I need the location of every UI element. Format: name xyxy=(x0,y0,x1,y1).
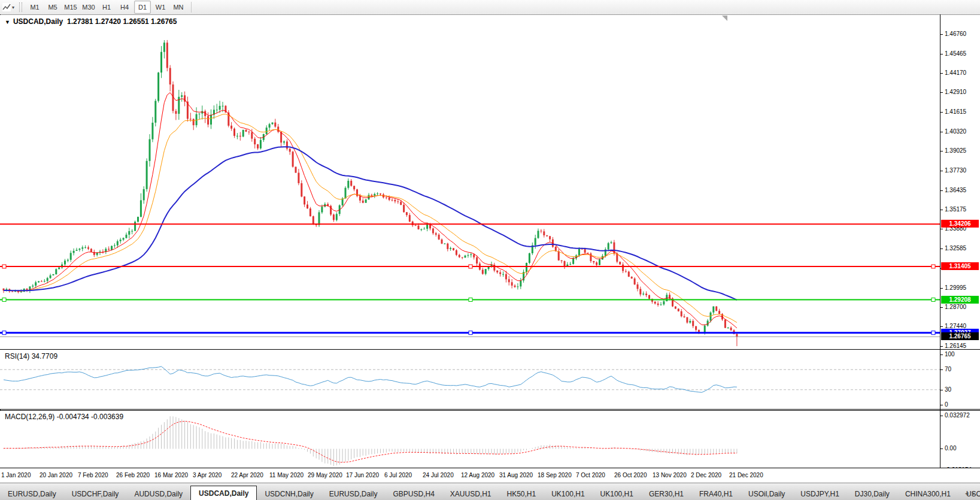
line-handle[interactable] xyxy=(2,298,6,302)
chart-tab-usdjpy-h1[interactable]: USDJPY,H1 xyxy=(793,487,846,500)
candle xyxy=(456,249,457,256)
mt4-window: ▾ M1M5M15M30H1H4D1W1MN ▼USDCAD,Daily 1.2… xyxy=(0,0,980,500)
chart-shift-marker[interactable] xyxy=(722,16,727,21)
timeframe-button-w1[interactable]: W1 xyxy=(152,1,169,14)
candle xyxy=(724,319,726,328)
candle xyxy=(32,284,34,288)
chart-tab-hk50-h1[interactable]: HK50,H1 xyxy=(499,487,544,500)
timeframe-button-m15[interactable]: M15 xyxy=(62,1,79,14)
date-label: 22 Apr 2020 xyxy=(231,472,263,478)
collapse-arrow-icon[interactable]: ▼ xyxy=(5,19,10,25)
candle xyxy=(298,169,299,185)
timeframe-button-m5[interactable]: M5 xyxy=(44,1,61,14)
chart-tab-fra40-h1[interactable]: FRA40,H1 xyxy=(691,487,741,500)
price-axis-border xyxy=(940,14,940,468)
time-axis[interactable]: 1 Jan 202020 Jan 20207 Feb 202026 Feb 20… xyxy=(0,468,980,483)
chart-tab-gbpusd-h4[interactable]: GBPUSD,H4 xyxy=(385,487,442,500)
price-tick xyxy=(940,346,943,347)
line-handle[interactable] xyxy=(469,265,472,268)
timeframe-button-h1[interactable]: H1 xyxy=(98,1,115,14)
chart-tab-ger30-h1[interactable]: GER30,H1 xyxy=(641,487,691,500)
chart-tab-eurusd-daily[interactable]: EURUSD,Daily xyxy=(0,487,64,500)
tab-scroll-right-icon[interactable]: ► xyxy=(971,490,978,496)
chart-tab-china300-h1[interactable]: CHINA300,H1 xyxy=(897,487,958,500)
price-tick xyxy=(940,151,943,151)
price-tick-label: 1.35175 xyxy=(945,206,966,213)
candle xyxy=(715,306,717,311)
date-label: 2 Dec 2020 xyxy=(691,472,721,478)
candle xyxy=(517,283,518,290)
date-label: 26 Feb 2020 xyxy=(116,472,150,478)
date-label: 17 Jun 2020 xyxy=(346,472,379,478)
current-price-badge: 1.26765 xyxy=(941,332,979,340)
line-handle[interactable] xyxy=(932,331,935,335)
timeframe-button-m1[interactable]: M1 xyxy=(26,1,43,14)
timeframe-button-m30[interactable]: M30 xyxy=(80,1,97,14)
candle xyxy=(149,134,151,166)
candle xyxy=(157,72,159,102)
candle xyxy=(549,236,551,243)
candle xyxy=(93,250,95,257)
line-handle[interactable] xyxy=(2,265,6,268)
line-handle[interactable] xyxy=(932,298,935,302)
line-handle[interactable] xyxy=(932,265,935,268)
candle xyxy=(102,249,104,253)
timeframe-button-d1[interactable]: D1 xyxy=(134,1,151,14)
tab-scroll-left-icon[interactable]: ◄ xyxy=(964,490,971,496)
line-handle[interactable] xyxy=(469,298,472,302)
line-tool-button[interactable]: ▾ xyxy=(0,0,17,14)
chart-tab-audusd-daily[interactable]: AUDUSD,Daily xyxy=(126,487,190,500)
date-label: 1 Jan 2020 xyxy=(1,472,31,478)
chart-tab-uk100-h1[interactable]: UK100,H1 xyxy=(544,487,592,500)
candle xyxy=(143,186,145,204)
candle xyxy=(67,259,69,262)
candle xyxy=(193,119,195,131)
timeframe-button-mn[interactable]: MN xyxy=(170,1,187,14)
chart-tab-usdcnh-daily[interactable]: USDCNH,Daily xyxy=(257,487,321,500)
candle xyxy=(538,229,539,239)
chart-tab-xauusd-h1[interactable]: XAUUSD,H1 xyxy=(442,487,499,500)
candle xyxy=(64,259,66,267)
candle xyxy=(260,137,262,150)
chart-tab-eurusd-daily[interactable]: EURUSD,Daily xyxy=(321,487,386,500)
line-handle[interactable] xyxy=(2,331,6,335)
timeframe-buttons: M1M5M15M30H1H4D1W1MN xyxy=(26,1,187,14)
candle xyxy=(242,130,244,137)
candle xyxy=(619,262,621,265)
chart-tab-uk100-h1[interactable]: UK100,H1 xyxy=(593,487,641,500)
candle xyxy=(712,306,714,314)
chart-tab-usdcad-daily[interactable]: USDCAD,Daily xyxy=(190,486,257,500)
chevron-down-icon[interactable]: ▾ xyxy=(12,5,14,10)
candle xyxy=(438,233,440,240)
date-label: 31 Aug 2020 xyxy=(499,472,533,478)
candle xyxy=(140,193,142,217)
toolbar-drag-handle[interactable] xyxy=(19,2,22,12)
rsi-canvas[interactable] xyxy=(0,350,940,409)
candle xyxy=(707,319,709,327)
candle xyxy=(353,186,355,191)
line-handle[interactable] xyxy=(469,331,472,335)
macd-canvas[interactable] xyxy=(0,411,940,468)
chart-tab-usdchf-daily[interactable]: USDCHF,Daily xyxy=(64,487,127,500)
price-chart-canvas[interactable] xyxy=(0,15,940,349)
chart-tab-dj30-daily[interactable]: DJ30,Daily xyxy=(847,487,897,500)
rsi-bottom-separator[interactable] xyxy=(0,409,980,410)
candle xyxy=(569,262,571,265)
rsi-scale-30: 30 xyxy=(945,386,951,393)
candle xyxy=(187,96,189,122)
candle xyxy=(333,214,335,222)
price-level-badge: 1.29208 xyxy=(941,296,979,304)
candle xyxy=(128,228,130,238)
candle xyxy=(160,46,162,78)
price-tick xyxy=(940,249,943,249)
candle xyxy=(61,262,63,269)
candle xyxy=(96,253,98,257)
candle xyxy=(485,269,487,275)
timeframe-button-h4[interactable]: H4 xyxy=(116,1,133,14)
candle xyxy=(692,319,694,328)
candle xyxy=(289,148,291,154)
candle xyxy=(239,132,241,141)
chart-tab-usoil-daily[interactable]: USOil,Daily xyxy=(741,487,793,500)
candle xyxy=(523,269,524,283)
candle xyxy=(675,307,676,310)
